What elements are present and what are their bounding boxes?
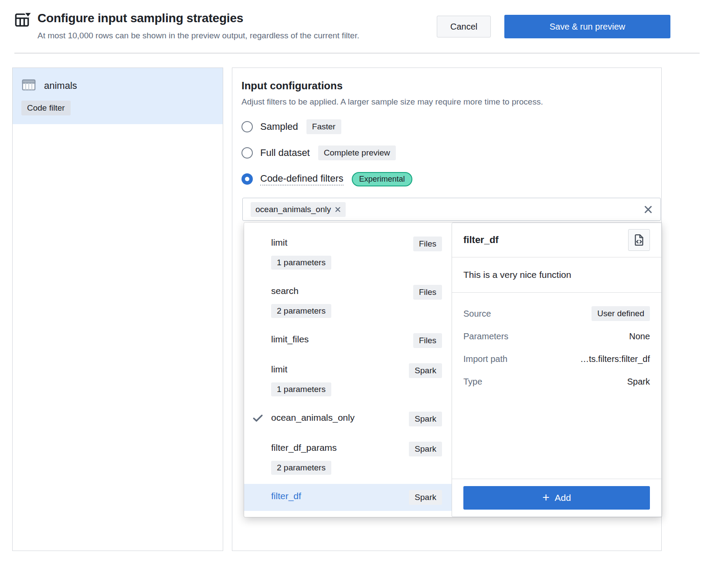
filter-detail-title: filter_df: [463, 234, 499, 246]
add-button-label: Add: [554, 493, 571, 503]
property-row-import-path: Import path …ts.filters:filter_df: [463, 351, 650, 367]
add-filter-button[interactable]: + Add: [463, 486, 650, 510]
radio-icon-unselected[interactable]: [241, 121, 253, 132]
filter-detail-card: filter_df This is a very nice function: [452, 223, 662, 517]
radio-option-sampled[interactable]: Sampled Faster: [241, 119, 341, 135]
chip-remove-icon[interactable]: [335, 206, 341, 213]
filter-detail-properties: Source User defined Parameters None Impo…: [452, 293, 661, 479]
engine-badge: Spark: [409, 363, 442, 378]
filter-chip-label: ocean_animals_only: [255, 205, 331, 214]
engine-badge: Files: [413, 285, 442, 300]
params-badge: 2 parameters: [271, 304, 331, 318]
property-row-type: Type Spark: [463, 374, 650, 389]
filter-name: ocean_animals_only: [271, 412, 354, 423]
params-badge: 1 parameters: [271, 256, 331, 270]
filter-name: limit: [271, 363, 287, 375]
source-badge: User defined: [592, 306, 650, 321]
property-label: Import path: [463, 354, 507, 364]
document-code-icon: [632, 233, 646, 247]
filter-name: search: [271, 285, 299, 297]
filter-option-limit-files-engine[interactable]: limit Files 1 parameters: [244, 230, 452, 276]
code-filter-tag-input[interactable]: ocean_animals_only: [242, 198, 661, 221]
dataset-item-animals[interactable]: animals Code filter: [13, 68, 223, 124]
option-badge-complete-preview: Complete preview: [318, 145, 396, 160]
filter-option-limit-spark[interactable]: limit Spark 1 parameters: [244, 357, 452, 402]
property-value: Spark: [627, 377, 650, 387]
filter-option-limit-files[interactable]: limit_files Files: [244, 327, 452, 354]
option-badge-faster: Faster: [306, 119, 341, 134]
filter-option-search[interactable]: search Files 2 parameters: [244, 279, 452, 324]
property-row-parameters: Parameters None: [463, 328, 650, 344]
filter-option-list: limit Files 1 parameters search Files 2 …: [244, 223, 452, 517]
filter-option-ocean-animals-only[interactable]: ocean_animals_only Spark: [244, 406, 452, 433]
experimental-pill: Experimental: [352, 172, 412, 186]
table-filter-icon: [14, 11, 32, 30]
section-heading: Input configurations: [241, 80, 652, 92]
clear-input-icon[interactable]: [644, 205, 653, 214]
filter-name: filter_df: [271, 490, 301, 502]
radio-icon-unselected[interactable]: [241, 147, 253, 159]
property-value: None: [629, 331, 650, 341]
sampling-strategy-radio-group: Sampled Faster Full dataset Complete pre…: [241, 119, 652, 187]
plus-icon: +: [542, 491, 549, 504]
radio-option-full-dataset[interactable]: Full dataset Complete preview: [241, 145, 396, 161]
engine-badge: Files: [413, 333, 442, 348]
radio-label: Full dataset: [260, 147, 310, 159]
filter-option-filter-df-params[interactable]: filter_df_params Spark 2 parameters: [244, 436, 452, 481]
radio-option-code-defined-filters[interactable]: Code-defined filters Experimental: [241, 171, 412, 187]
params-badge: 1 parameters: [271, 382, 331, 396]
engine-badge: Files: [413, 237, 442, 251]
filter-name: limit: [271, 237, 287, 248]
filter-select-popover: limit Files 1 parameters search Files 2 …: [244, 223, 662, 517]
property-label: Source: [463, 309, 491, 319]
header-divider: [14, 53, 700, 54]
engine-badge: Spark: [409, 442, 442, 456]
table-icon: [21, 78, 36, 94]
dataset-name: animals: [44, 80, 77, 91]
filter-detail-description: This is a very nice function: [452, 257, 661, 293]
property-label: Parameters: [463, 331, 508, 341]
engine-badge: Spark: [409, 412, 442, 426]
section-description: Adjust filters to be applied. A larger s…: [241, 97, 652, 107]
property-label: Type: [463, 377, 482, 387]
filter-name: limit_files: [271, 333, 309, 345]
radio-label: Sampled: [260, 121, 298, 132]
filter-name: filter_df_params: [271, 442, 337, 453]
page-title: Configure input sampling strategies: [37, 11, 243, 25]
input-list-panel: animals Code filter: [12, 68, 223, 551]
save-run-preview-button[interactable]: Save & run preview: [504, 15, 670, 38]
filter-option-filter-df[interactable]: filter_df Spark: [244, 484, 452, 511]
open-code-file-button[interactable]: [628, 229, 650, 251]
cancel-button[interactable]: Cancel: [437, 16, 491, 37]
radio-icon-selected[interactable]: [241, 173, 253, 185]
radio-label: Code-defined filters: [260, 173, 343, 186]
property-value: …ts.filters:filter_df: [580, 354, 650, 364]
params-badge: 2 parameters: [271, 461, 331, 475]
engine-badge: Spark: [409, 490, 442, 505]
page-subtitle: At most 10,000 rows can be shown in the …: [37, 31, 359, 41]
code-filter-badge: Code filter: [21, 101, 71, 115]
check-icon: [252, 412, 264, 426]
filter-chip-ocean-animals-only[interactable]: ocean_animals_only: [251, 202, 346, 217]
property-row-source: Source User defined: [463, 306, 650, 321]
configure-sampling-dialog: Configure input sampling strategies At m…: [0, 0, 714, 588]
